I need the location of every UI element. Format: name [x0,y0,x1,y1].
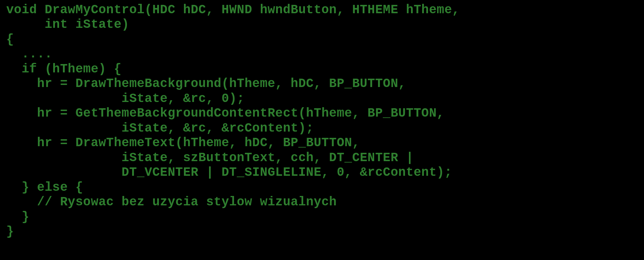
code-block: void DrawMyControl(HDC hDC, HWND hwndBut… [0,0,644,242]
